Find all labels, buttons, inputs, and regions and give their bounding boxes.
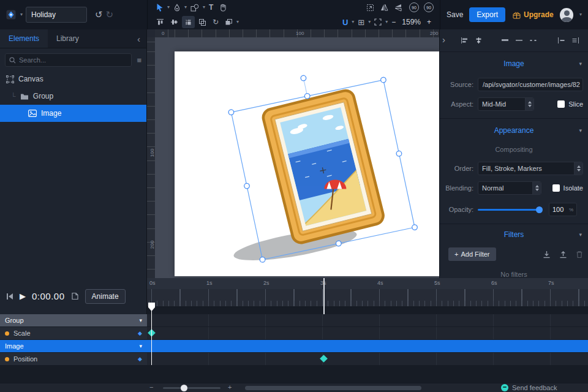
timeline-zoom-slider[interactable] (163, 387, 221, 389)
hand-tool-icon[interactable] (217, 1, 229, 13)
animate-button[interactable]: Animate (85, 289, 126, 304)
zoom-out-button[interactable]: − (389, 16, 398, 28)
align-middle-icon[interactable] (168, 16, 181, 28)
beach-picture-image[interactable] (262, 89, 385, 244)
timeline-zoom-out-button[interactable]: − (149, 383, 153, 391)
collapse-track-caret-icon[interactable]: ▾ (139, 343, 142, 349)
grid-toggle-icon[interactable]: ⊞ (355, 16, 367, 28)
timeline-zoom-in-button[interactable]: + (228, 383, 232, 391)
delete-filter-icon[interactable] (576, 251, 583, 258)
grid-caret-icon[interactable]: ▾ (368, 20, 371, 24)
source-field[interactable]: /api/svgator/customer/images/82 (478, 78, 583, 91)
export-button[interactable]: Export (469, 7, 505, 22)
mask-tool-icon[interactable] (196, 16, 209, 28)
send-feedback-button[interactable]: Send feedback (501, 384, 557, 391)
filters-section-header[interactable]: Filters ▾ (440, 229, 588, 240)
stepper-icon[interactable] (525, 98, 533, 110)
track-position-head[interactable]: Position ◆ (0, 353, 147, 365)
select-tool-icon[interactable] (154, 1, 166, 13)
align-top-edge-icon[interactable] (501, 37, 509, 44)
blending-select[interactable]: Normal (478, 181, 541, 195)
timeline-zoom-knob[interactable] (181, 385, 187, 391)
arrange-caret-icon[interactable]: ▾ (236, 20, 239, 24)
track-group-lane[interactable] (147, 314, 588, 326)
units-button[interactable]: U (340, 16, 350, 28)
add-filter-button[interactable]: + Add Filter (448, 247, 496, 261)
tab-library[interactable]: Library (48, 29, 88, 48)
export-filter-icon[interactable] (559, 251, 567, 258)
skip-to-start-icon[interactable] (6, 293, 13, 300)
undo-icon[interactable]: ↺ (95, 9, 103, 20)
import-filter-icon[interactable] (543, 251, 551, 258)
add-keyframe-icon[interactable]: ◆ (138, 330, 142, 336)
avatar[interactable] (560, 8, 573, 22)
keyframe-position-3s[interactable] (320, 355, 328, 363)
units-caret-icon[interactable]: ▾ (352, 20, 354, 24)
fit-view-caret-icon[interactable]: ▾ (385, 20, 388, 24)
rotate-tool-icon[interactable]: ↻ (210, 16, 221, 28)
isolate-checkbox[interactable] (552, 184, 560, 192)
align-center-horizontal-icon[interactable] (475, 37, 483, 44)
fit-view-icon[interactable] (372, 16, 384, 28)
tree-item-canvas[interactable]: Canvas (0, 70, 146, 88)
align-left-icon[interactable] (461, 37, 469, 44)
tree-item-group[interactable]: └ Group (0, 88, 146, 105)
arrange-tool-icon[interactable] (222, 16, 235, 28)
track-scale-lane[interactable] (147, 327, 588, 339)
timeline-ruler[interactable]: 0s 1s 2s 3s 4s 5s 6s 7s (147, 278, 588, 306)
play-icon[interactable]: ▶ (20, 292, 26, 301)
track-image-lane[interactable] (147, 340, 588, 352)
pen-tool-icon[interactable] (171, 1, 183, 13)
align-top-icon[interactable] (154, 16, 167, 28)
add-keyframe-icon[interactable]: ◆ (138, 356, 142, 362)
slice-checkbox[interactable] (557, 100, 565, 108)
stepper-icon[interactable] (574, 162, 582, 175)
rotate-ccw-90-button[interactable]: 90 (409, 2, 419, 12)
collapse-left-panel-icon[interactable]: ‹ (131, 29, 146, 48)
align-bottom-edge-icon[interactable] (529, 37, 537, 44)
opacity-slider[interactable] (478, 209, 541, 211)
collapse-right-panel-icon[interactable]: › (442, 34, 445, 45)
appearance-section-header[interactable]: Appearance ▾ (440, 125, 588, 136)
track-group[interactable]: Group ▾ (0, 314, 588, 326)
zoom-in-button[interactable]: + (424, 16, 434, 28)
select-tool-caret-icon[interactable]: ▾ (167, 5, 170, 10)
opacity-slider-knob[interactable] (536, 206, 543, 213)
text-tool-icon[interactable]: T (206, 1, 216, 13)
save-button[interactable]: Save (447, 10, 463, 19)
track-image-head[interactable]: Image ▾ (0, 340, 147, 352)
align-middle-edge-icon[interactable] (515, 37, 523, 44)
distribute-vertical-icon[interactable] (571, 37, 579, 44)
collapse-track-caret-icon[interactable]: ▾ (139, 317, 142, 323)
flip-vertical-icon[interactable] (392, 1, 404, 13)
flip-horizontal-icon[interactable] (378, 1, 391, 13)
tab-elements[interactable]: Elements (0, 29, 48, 48)
app-logo-icon[interactable] (5, 9, 17, 21)
order-select[interactable]: Fill, Stroke, Markers (478, 162, 583, 175)
shape-tool-icon[interactable] (188, 1, 202, 13)
stepper-icon[interactable] (532, 182, 541, 194)
animation-presets-icon[interactable] (71, 292, 79, 300)
track-scale-head[interactable]: Scale ◆ (0, 327, 147, 339)
sort-filter-icon[interactable]: ≡ (137, 56, 141, 65)
opacity-value-box[interactable]: 100 % (549, 203, 577, 216)
animation-end-marker[interactable] (323, 278, 325, 317)
track-position-lane[interactable] (147, 353, 588, 365)
timeline-scrollbar[interactable] (245, 386, 421, 390)
track-scale[interactable]: Scale ◆ (0, 327, 588, 339)
redo-icon[interactable]: ↻ (106, 9, 114, 20)
logo-menu-caret-icon[interactable]: ▾ (20, 12, 23, 17)
zoom-level[interactable]: 159% (399, 18, 423, 26)
upgrade-button[interactable]: Upgrade (513, 10, 554, 19)
search-box[interactable] (5, 53, 132, 67)
search-input[interactable] (19, 56, 127, 64)
bounding-box-icon[interactable] (364, 1, 377, 13)
track-position[interactable]: Position ◆ (0, 353, 588, 365)
project-name-input[interactable] (26, 7, 87, 23)
distribute-horizontal-icon[interactable] (557, 37, 565, 44)
aspect-select[interactable]: Mid-Mid (478, 97, 534, 111)
track-image[interactable]: Image ▾ (0, 340, 588, 352)
canvas-area[interactable]: 0 100 200 100 200 (147, 29, 439, 278)
playhead-handle[interactable] (148, 303, 155, 311)
pen-tool-caret-icon[interactable]: ▾ (184, 5, 187, 10)
